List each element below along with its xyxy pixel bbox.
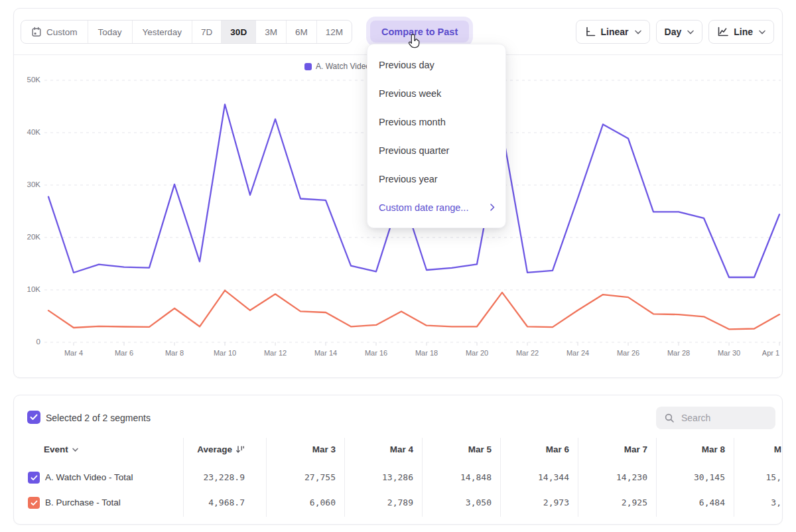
menu-item-previous-month[interactable]: Previous month — [367, 107, 505, 136]
average-value: 23,228.9 — [145, 472, 245, 482]
y-axis-tick-label: 50K — [14, 76, 40, 84]
x-axis-tick-label: Mar 14 — [314, 349, 337, 357]
event-header-label: Event — [44, 444, 68, 454]
table-cell-value: 14,848 — [419, 472, 492, 482]
segments-card: Selected 2 of 2 segments Search Event Av… — [13, 395, 783, 525]
date-column-header: Mar 4 — [340, 444, 413, 454]
checkmark-icon — [30, 414, 38, 421]
chevron-right-icon — [490, 204, 495, 211]
table-cell-value: 27,755 — [263, 472, 336, 482]
x-axis-tick-label: Mar 12 — [264, 349, 287, 357]
chevron-down-icon — [72, 448, 78, 452]
table-cell-value: 13,286 — [340, 472, 413, 482]
x-axis-tick-label: Apr 1 — [762, 349, 779, 357]
table-cell-value: 3,050 — [419, 498, 492, 507]
x-axis-tick-label: Mar 16 — [365, 349, 387, 357]
menu-item-previous-week[interactable]: Previous week — [367, 79, 505, 107]
y-axis-tick-label: 20K — [14, 233, 40, 241]
checkmark-icon — [31, 475, 38, 481]
search-input[interactable]: Search — [656, 407, 775, 429]
date-column-header: Mar 3 — [263, 444, 336, 454]
segment-checkbox-a-watch-video-total[interactable] — [28, 472, 40, 484]
select-all-checkbox[interactable] — [27, 411, 40, 424]
table-cell-value: 3, — [708, 498, 781, 507]
x-axis-tick-label: Mar 26 — [617, 349, 639, 357]
y-axis-tick-label: 40K — [14, 128, 40, 136]
average-column-header[interactable]: Average — [145, 444, 245, 454]
search-placeholder: Search — [681, 413, 710, 423]
search-icon — [664, 413, 675, 423]
x-axis-tick-label: Mar 6 — [115, 349, 133, 357]
menu-item-custom-date-range[interactable]: Custom date range... — [367, 193, 505, 222]
selected-segments-label: Selected 2 of 2 segments — [46, 413, 151, 423]
compare-to-past-menu: Previous dayPrevious weekPrevious monthP… — [367, 44, 506, 228]
average-value: 4,968.7 — [145, 498, 245, 507]
table-cell-value: 6,060 — [263, 498, 336, 507]
segment-row-label: A. Watch Video - Total — [45, 472, 133, 482]
table-cell-value: 2,925 — [574, 498, 647, 507]
menu-item-previous-quarter[interactable]: Previous quarter — [367, 136, 505, 165]
table-cell-value: 14,344 — [496, 472, 569, 482]
x-axis-tick-label: Mar 20 — [466, 349, 488, 357]
y-axis-tick-label: 0 — [14, 338, 40, 346]
event-column-header[interactable]: Event — [44, 444, 78, 454]
menu-item-previous-year[interactable]: Previous year — [367, 165, 505, 193]
table-cell-value: 14,230 — [574, 472, 647, 482]
x-axis-tick-label: Mar 24 — [566, 349, 589, 357]
segment-row-label: B. Purchase - Total — [45, 498, 121, 507]
table-cell-value: 2,789 — [340, 498, 413, 507]
segment-checkbox-b-purchase-total[interactable] — [28, 497, 40, 509]
date-column-header: Mar 6 — [496, 444, 569, 454]
x-axis-tick-label: Mar 18 — [415, 349, 438, 357]
x-axis-tick-label: Mar 10 — [214, 349, 236, 357]
x-axis-tick-label: Mar 28 — [667, 349, 690, 357]
sort-descending-icon — [235, 445, 245, 454]
date-column-header: Mar 7 — [574, 444, 647, 454]
date-column-header: M — [708, 444, 781, 454]
analytics-dashboard: CustomTodayYesterday7D30D3M6M12M Compare… — [0, 0, 796, 532]
table-cell-value: 15, — [708, 472, 781, 482]
y-axis-tick-label: 30K — [14, 180, 40, 188]
x-axis-tick-label: Mar 22 — [516, 349, 539, 357]
menu-item-previous-day[interactable]: Previous day — [367, 50, 505, 79]
segments-table: Event Average Mar 3Mar 4Mar 5Mar 6Mar 7M… — [14, 435, 782, 525]
x-axis-tick-label: Mar 30 — [718, 349, 740, 357]
checkmark-icon — [31, 500, 38, 506]
x-axis-tick-label: Mar 8 — [165, 349, 184, 357]
average-header-label: Average — [197, 444, 232, 454]
y-axis-tick-label: 10K — [14, 285, 40, 293]
table-cell-value: 2,973 — [496, 498, 569, 507]
x-axis-tick-label: Mar 4 — [64, 349, 83, 357]
date-column-header: Mar 5 — [419, 444, 492, 454]
